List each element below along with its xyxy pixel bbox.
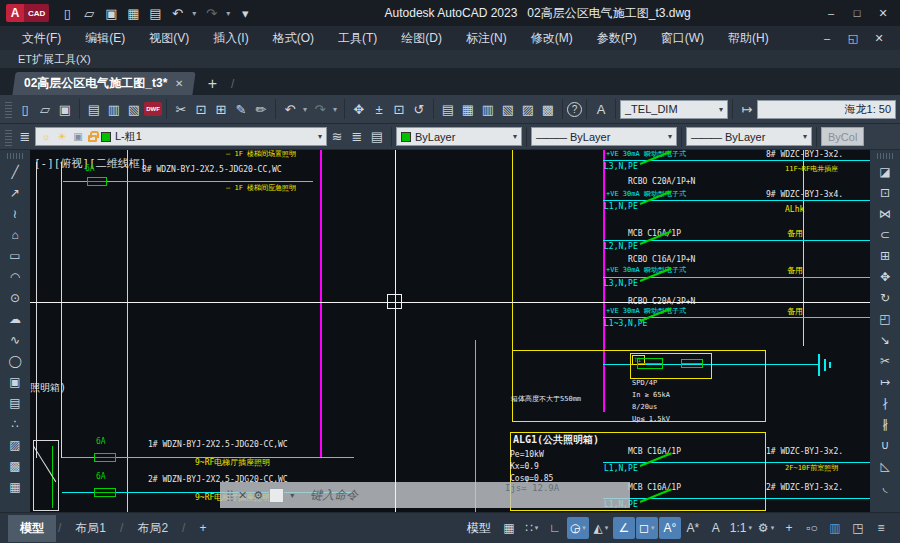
break-at-point-icon[interactable]: ∤ <box>873 392 897 413</box>
properties-icon[interactable]: ▤ <box>438 99 458 119</box>
chevron-down-icon[interactable]: ▾ <box>651 524 655 532</box>
toolbar-grip[interactable] <box>877 153 893 159</box>
tool-palettes-icon[interactable]: ▥ <box>478 99 498 119</box>
chevron-down-icon[interactable]: ▾ <box>223 3 233 23</box>
spline-icon[interactable]: ∿ <box>3 329 27 350</box>
multiple-points-icon[interactable]: ∴ <box>3 413 27 434</box>
model-space-toggle[interactable]: 模型 <box>461 516 497 541</box>
erase-icon[interactable]: ◪ <box>873 161 897 182</box>
hatch-icon[interactable]: ▨ <box>3 434 27 455</box>
polar-tracking-icon[interactable]: ◶▾ <box>567 517 589 539</box>
new-icon[interactable]: ▯ <box>57 3 77 23</box>
arc-icon[interactable]: ◠ <box>3 266 27 287</box>
move-icon[interactable]: ✥ <box>873 266 897 287</box>
menu-item-7[interactable]: 标注(N) <box>454 27 519 50</box>
dwf-icon[interactable]: DWF <box>144 102 162 116</box>
menu-item-2[interactable]: 视图(V) <box>137 27 201 50</box>
doc-restore-button[interactable]: ◱ <box>842 29 864 47</box>
chevron-down-icon[interactable]: ▾ <box>189 3 199 23</box>
menu-item-4[interactable]: 格式(O) <box>261 27 326 50</box>
customization-icon[interactable]: ≡ <box>870 517 892 539</box>
plot-icon[interactable]: ▤ <box>145 3 165 23</box>
save-icon[interactable]: ▣ <box>55 99 75 119</box>
help-icon[interactable]: ? <box>567 102 582 117</box>
menu-et-tools[interactable]: ET扩展工具(X) <box>10 51 99 68</box>
plot-icon[interactable]: ▤ <box>84 99 104 119</box>
menu-item-9[interactable]: 参数(P) <box>585 27 649 50</box>
scale-icon[interactable]: ◰ <box>873 308 897 329</box>
command-recent-icon[interactable] <box>269 488 284 503</box>
offset-icon[interactable]: ⊂ <box>873 224 897 245</box>
chevron-down-icon[interactable]: ▾ <box>771 524 775 532</box>
menu-item-11[interactable]: 帮助(H) <box>716 27 781 50</box>
autocad-logo[interactable]: A CAD <box>6 4 49 22</box>
publish-icon[interactable]: ▧ <box>124 99 144 119</box>
tracking-plus-icon[interactable]: + <box>778 517 800 539</box>
chamfer-icon[interactable]: ◺ <box>873 455 897 476</box>
undo-icon[interactable]: ↶ <box>167 3 187 23</box>
hailong-scale-box[interactable]: 海龙1: 50 <box>757 100 896 119</box>
annotation-autoscale-icon[interactable]: A* <box>682 517 704 539</box>
menu-item-8[interactable]: 修改(M) <box>519 27 585 50</box>
open-icon[interactable]: ▱ <box>35 99 55 119</box>
linetype-combo[interactable]: ——— ByLayer ▾ <box>531 127 677 146</box>
layer-on-bulb-icon[interactable]: ☼ <box>40 131 52 142</box>
cut-icon[interactable]: ✂ <box>171 99 191 119</box>
file-tab-close-icon[interactable]: ✕ <box>175 78 183 89</box>
polygon-icon[interactable]: ⌂ <box>3 224 27 245</box>
layout-tab-布局1[interactable]: 布局1 <box>63 515 118 542</box>
new-icon[interactable]: ▯ <box>15 99 35 119</box>
chevron-down-icon[interactable]: ▾ <box>535 524 539 532</box>
open-icon[interactable]: ▱ <box>79 3 99 23</box>
polyline-icon[interactable]: ≀ <box>3 203 27 224</box>
menu-item-6[interactable]: 绘图(D) <box>389 27 454 50</box>
layout-tab-布局2[interactable]: 布局2 <box>125 515 180 542</box>
command-close-icon[interactable]: ✕ <box>238 489 247 502</box>
save-as-icon[interactable]: ▦ <box>123 3 143 23</box>
layer-thaw-sun-icon[interactable]: ☀ <box>56 131 68 142</box>
toolbar-grip[interactable] <box>5 128 12 146</box>
menu-item-1[interactable]: 编辑(E) <box>73 27 137 50</box>
undo-icon[interactable]: ↶ <box>280 99 300 119</box>
object-snap-icon[interactable]: ◻▾ <box>636 517 658 539</box>
command-input[interactable]: 键入命令 <box>310 487 358 504</box>
qat-menu-icon[interactable]: ▾ <box>235 3 255 23</box>
sheet-set-icon[interactable]: ▧ <box>498 99 518 119</box>
close-button[interactable]: ✕ <box>872 4 894 22</box>
trim-icon[interactable]: ✂ <box>873 350 897 371</box>
array-icon[interactable]: ⊞ <box>873 245 897 266</box>
command-grip[interactable]: ⣿ <box>226 489 232 502</box>
chevron-down-icon[interactable]: ▾ <box>748 524 752 532</box>
chevron-down-icon[interactable]: ▾ <box>582 524 586 532</box>
annotation-visibility-icon[interactable]: A° <box>659 517 681 539</box>
grid-icon[interactable]: ▦ <box>498 517 520 539</box>
revision-cloud-icon[interactable]: ☁ <box>3 308 27 329</box>
match-properties-icon[interactable]: ✎ <box>231 99 251 119</box>
zoom-realtime-icon[interactable]: ± <box>369 99 389 119</box>
menu-item-5[interactable]: 工具(T) <box>326 27 389 50</box>
redo-icon[interactable]: ↷ <box>310 99 330 119</box>
layer-translate-icon[interactable]: ▤ <box>367 127 387 147</box>
layer-vp-freeze-icon[interactable]: ▣ <box>72 131 84 142</box>
layer-state-icon[interactable]: ≋ <box>327 127 347 147</box>
menu-item-10[interactable]: 窗口(W) <box>649 27 716 50</box>
plot-preview-icon[interactable]: ▥ <box>104 99 124 119</box>
dim-linear-icon[interactable]: ↦ <box>737 99 757 119</box>
save-icon[interactable]: ▣ <box>101 3 121 23</box>
text-style-icon[interactable]: A <box>591 99 611 119</box>
line-icon[interactable]: ╱ <box>3 161 27 182</box>
menu-item-0[interactable]: 文件(F) <box>10 27 73 50</box>
markup-import-icon[interactable]: ✏ <box>251 99 271 119</box>
break-icon[interactable]: ∦ <box>873 413 897 434</box>
annotation-scale-icon[interactable]: A <box>705 517 727 539</box>
markup-set-icon[interactable]: ▨ <box>518 99 538 119</box>
make-block-icon[interactable]: ▤ <box>3 392 27 413</box>
toolbar-grip[interactable] <box>7 153 23 159</box>
menu-item-3[interactable]: 插入(I) <box>201 27 260 50</box>
isodraft-icon[interactable]: ◭▾ <box>590 517 612 539</box>
chevron-down-icon[interactable]: ▾ <box>290 491 294 500</box>
join-icon[interactable]: ∪ <box>873 434 897 455</box>
redo-icon[interactable]: ↷ <box>201 3 221 23</box>
dim-style-combo[interactable]: _TEL_DIM ▾ <box>620 100 728 119</box>
copy-clip-icon[interactable]: ⊡ <box>191 99 211 119</box>
